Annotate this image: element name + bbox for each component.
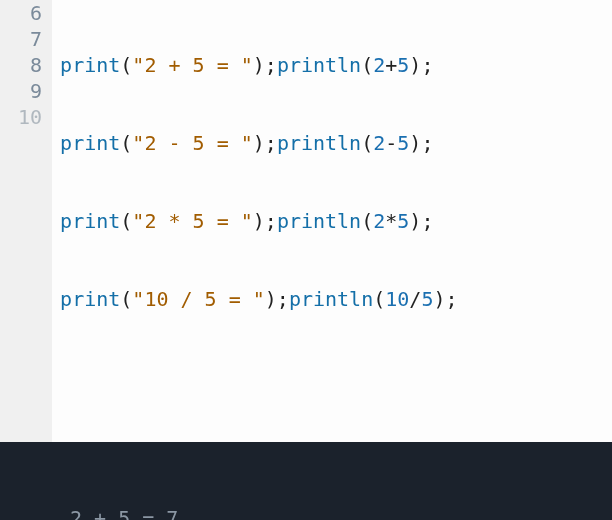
line-number: 7	[18, 26, 42, 52]
line-number: 6	[18, 0, 42, 26]
line-number-gutter: 6 7 8 9 10	[0, 0, 52, 442]
code-line: print("2 - 5 = ");println(2-5);	[60, 130, 457, 156]
console-output: 2 + 5 = 7 2 - 5 = -3 2 * 5 = 10 10 / 5 =…	[0, 442, 612, 520]
code-line: print("10 / 5 = ");println(10/5);	[60, 286, 457, 312]
code-editor[interactable]: 6 7 8 9 10 print("2 + 5 = ");println(2+5…	[0, 0, 612, 442]
code-line-empty	[60, 364, 457, 390]
line-number: 9	[18, 78, 42, 104]
line-number: 10	[18, 104, 42, 130]
code-line: print("2 + 5 = ");println(2+5);	[60, 52, 457, 78]
code-area[interactable]: print("2 + 5 = ");println(2+5); print("2…	[52, 0, 465, 442]
code-line: print("2 * 5 = ");println(2*5);	[60, 208, 457, 234]
line-number: 8	[18, 52, 42, 78]
